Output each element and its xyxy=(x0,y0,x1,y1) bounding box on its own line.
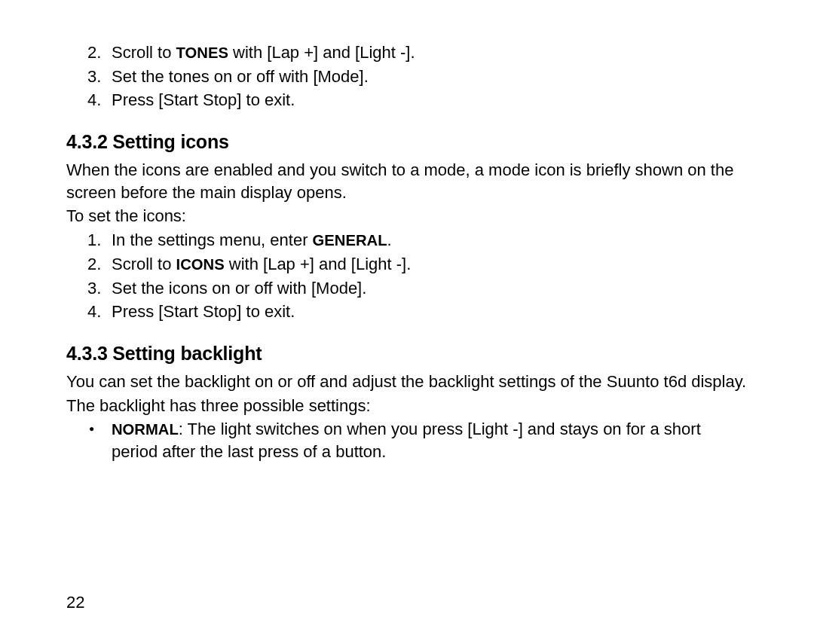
list-text-post: with [Lap +] and [Light -]. xyxy=(225,255,412,273)
list-number: 2. xyxy=(87,41,101,64)
list-item: 2. Scroll to ICONS with [Lap +] and [Lig… xyxy=(112,253,748,276)
bullet-text: : The light switches on when you press [… xyxy=(112,420,701,461)
list-number: 4. xyxy=(87,301,101,323)
paragraph: The backlight has three possible setting… xyxy=(66,395,748,417)
list-text-bold: TONES xyxy=(176,44,228,61)
list-item: NORMAL: The light switches on when you p… xyxy=(112,418,748,462)
list-number: 2. xyxy=(87,253,101,276)
section433-bullet-list: NORMAL: The light switches on when you p… xyxy=(66,418,748,462)
bullet-bold: NORMAL xyxy=(112,421,179,438)
paragraph: To set the icons: xyxy=(66,205,748,227)
list-text-pre: Press [Start Stop] to exit. xyxy=(112,90,295,109)
list-item: 4. Press [Start Stop] to exit. xyxy=(112,89,748,111)
heading-433: 4.3.3 Setting backlight xyxy=(66,343,748,365)
list-text-pre: Set the tones on or off with [Mode]. xyxy=(112,67,369,86)
list-text-bold: GENERAL xyxy=(313,232,387,249)
paragraph: When the icons are enabled and you switc… xyxy=(66,159,748,203)
list-number: 3. xyxy=(87,66,101,88)
list-text-pre: Set the icons on or off with [Mode]. xyxy=(112,279,366,298)
list-item: 4. Press [Start Stop] to exit. xyxy=(112,301,748,323)
list-item: 3. Set the icons on or off with [Mode]. xyxy=(112,277,748,300)
list-item: 1. In the settings menu, enter GENERAL. xyxy=(112,229,748,252)
list-text-post: with [Lap +] and [Light -]. xyxy=(228,43,415,62)
list-text-pre: Press [Start Stop] to exit. xyxy=(112,302,295,321)
list-text-bold: ICONS xyxy=(176,256,225,273)
list-item: 3. Set the tones on or off with [Mode]. xyxy=(112,66,748,88)
list-number: 1. xyxy=(87,229,101,252)
top-ordered-list: 2. Scroll to TONES with [Lap +] and [Lig… xyxy=(66,41,748,111)
paragraph: You can set the backlight on or off and … xyxy=(66,371,748,393)
list-text-pre: Scroll to xyxy=(112,43,176,62)
page-content: 2. Scroll to TONES with [Lap +] and [Lig… xyxy=(0,0,814,644)
heading-432: 4.3.2 Setting icons xyxy=(66,131,748,153)
page-number: 22 xyxy=(66,593,84,612)
list-item: 2. Scroll to TONES with [Lap +] and [Lig… xyxy=(112,41,748,64)
list-number: 4. xyxy=(87,89,101,111)
list-text-pre: In the settings menu, enter xyxy=(112,230,313,249)
list-text-pre: Scroll to xyxy=(112,255,176,273)
list-number: 3. xyxy=(87,277,101,300)
list-text-post: . xyxy=(387,230,392,249)
section432-ordered-list: 1. In the settings menu, enter GENERAL. … xyxy=(66,229,748,323)
